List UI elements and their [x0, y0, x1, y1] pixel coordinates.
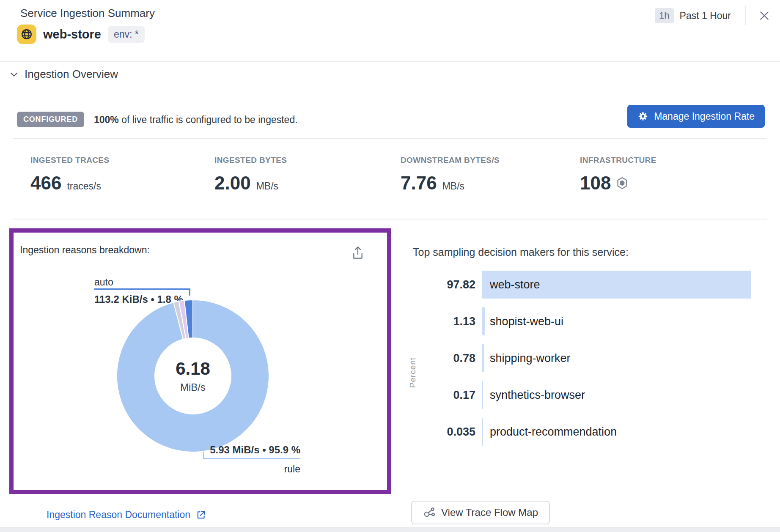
service-identity: web-store env: * — [17, 25, 145, 44]
stat-ingested-traces: INGESTED TRACES 466traces/s — [30, 156, 110, 194]
external-link-icon — [195, 510, 206, 521]
bar-row-synthetics-browser: 0.17synthetics-browser — [398, 381, 770, 409]
ingestion-reasons-donut-chart[interactable] — [116, 299, 270, 453]
stat-ingested-bytes: INGESTED BYTES 2.00MB/s — [214, 156, 287, 194]
header-divider — [745, 6, 746, 25]
bar-label: web-store — [490, 271, 540, 299]
bar-value: 0.78 — [398, 352, 475, 365]
stat-value: 2.00 — [214, 173, 251, 194]
bar-value: 0.035 — [398, 425, 475, 439]
ingestion-reasons-panel: Ingestion reasons breakdown: auto 113.2 … — [9, 228, 391, 494]
divider — [13, 219, 767, 219]
stat-label: DOWNSTREAM BYTES/S — [401, 156, 500, 165]
bar-fill[interactable] — [482, 418, 483, 446]
manage-button-label: Manage Ingestion Rate — [654, 111, 755, 122]
trace-button-label: View Trace Flow Map — [441, 507, 538, 518]
configured-status-badge: CONFIGURED — [17, 112, 84, 127]
flow-map-icon — [423, 506, 436, 519]
manage-ingestion-rate-button[interactable]: Manage Ingestion Rate — [627, 105, 765, 128]
rule-callout-line — [203, 458, 300, 459]
bar-area: synthetics-browser — [482, 381, 770, 409]
page-title: Service Ingestion Summary — [20, 7, 155, 20]
section-title: Ingestion Overview — [25, 68, 118, 81]
donut-label-auto: auto — [94, 277, 113, 288]
donut-value-rule: 5.93 MiB/s • 95.9 % — [183, 444, 300, 456]
stat-unit: traces/s — [67, 181, 101, 192]
stat-unit: MB/s — [256, 181, 278, 192]
stat-value: 7.76 — [401, 173, 437, 194]
bar-label: shipping-worker — [490, 344, 571, 372]
bar-row-shipping-worker: 0.78shipping-worker — [398, 344, 770, 372]
doc-link-label: Ingestion Reason Documentation — [47, 509, 190, 521]
view-trace-flow-map-button[interactable]: View Trace Flow Map — [411, 501, 550, 524]
stat-value: 466 — [30, 173, 61, 194]
divider — [0, 61, 780, 62]
bar-value: 0.17 — [398, 389, 475, 402]
bar-fill[interactable] — [482, 344, 484, 372]
web-service-icon — [17, 25, 36, 44]
donut-label-rule: rule — [183, 463, 300, 475]
ingestion-overview-toggle[interactable]: Ingestion Overview — [8, 68, 118, 81]
sampling-bar-chart: 97.82web-store1.13shopist-web-ui0.78ship… — [398, 271, 770, 455]
stat-label: INGESTED BYTES — [214, 156, 287, 165]
bar-area: shipping-worker — [482, 344, 770, 372]
bar-value: 1.13 — [398, 315, 475, 328]
bar-row-web-store: 97.82web-store — [398, 271, 770, 299]
donut-panel-title: Ingestion reasons breakdown: — [20, 244, 150, 256]
bar-label: synthetics-browser — [490, 381, 585, 409]
stat-downstream-bytes: DOWNSTREAM BYTES/S 7.76MB/s — [401, 156, 500, 194]
service-ingestion-summary-panel: Service Ingestion Summary 1h Past 1 Hour… — [0, 0, 780, 532]
configured-text-rest: of live traffic is configured to be inge… — [119, 114, 298, 125]
auto-callout-line — [94, 288, 190, 290]
close-button[interactable] — [757, 8, 772, 23]
service-name: web-store — [43, 27, 101, 41]
stat-label: INFRASTRUCTURE — [580, 156, 656, 165]
configured-percent: 100% — [94, 114, 119, 125]
env-badge[interactable]: env: * — [108, 26, 145, 43]
bar-fill[interactable] — [482, 307, 485, 335]
bar-value: 97.82 — [398, 278, 475, 291]
close-icon — [758, 9, 771, 22]
bar-fill[interactable] — [482, 381, 483, 409]
stat-label: INGESTED TRACES — [30, 156, 110, 165]
time-range-badge[interactable]: 1h — [655, 8, 673, 23]
time-range-label[interactable]: Past 1 Hour — [680, 10, 731, 22]
host-hexagon-icon — [616, 177, 628, 189]
export-icon — [351, 246, 368, 260]
chevron-down-icon — [8, 69, 19, 80]
bar-row-product-recommendation: 0.035product-recommendation — [398, 418, 770, 446]
page-bottom-edge — [0, 527, 780, 532]
stat-infrastructure: INFRASTRUCTURE 108 — [580, 156, 656, 194]
sampling-decision-makers-panel: Top sampling decision makers for this se… — [398, 228, 770, 494]
bar-chart-title: Top sampling decision makers for this se… — [413, 246, 629, 258]
export-button[interactable] — [351, 244, 368, 261]
stat-value: 108 — [580, 173, 611, 194]
bar-area: shopist-web-ui — [482, 307, 770, 335]
bar-label: product-recommendation — [490, 418, 617, 446]
stat-unit: MB/s — [442, 181, 464, 192]
bar-area: product-recommendation — [482, 418, 770, 446]
gear-icon — [637, 111, 648, 122]
ingestion-reason-documentation-link[interactable]: Ingestion Reason Documentation — [47, 509, 206, 521]
header-time-controls: 1h Past 1 Hour — [655, 6, 772, 25]
configured-description: 100% of live traffic is configured to be… — [94, 114, 298, 126]
bar-area: web-store — [482, 271, 770, 299]
divider — [13, 138, 767, 139]
bar-label: shopist-web-ui — [490, 307, 563, 335]
bar-row-shopist-web-ui: 1.13shopist-web-ui — [398, 307, 770, 335]
